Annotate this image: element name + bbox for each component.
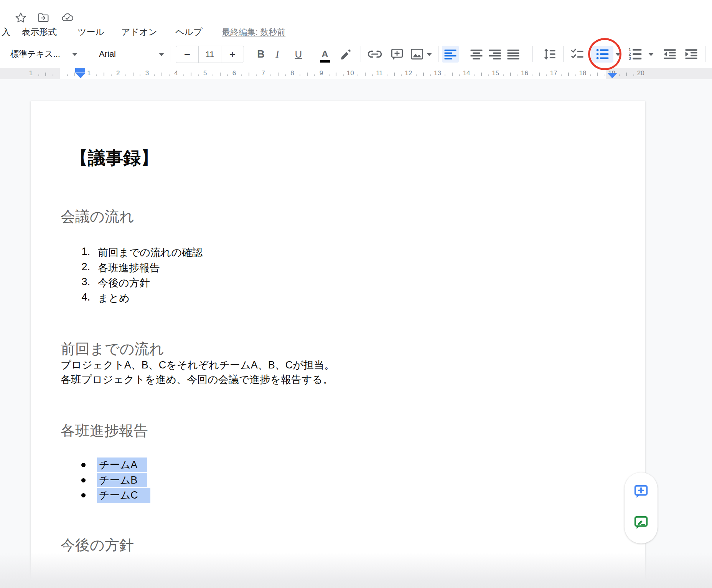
- bulleted-list-icon: [594, 46, 610, 62]
- ruler-tick: [372, 74, 373, 76]
- list-item[interactable]: 2. 各班進捗報告: [31, 261, 645, 276]
- align-right-button[interactable]: [486, 46, 503, 63]
- menu-format[interactable]: 表示形式: [21, 26, 57, 38]
- italic-button[interactable]: I: [269, 46, 286, 63]
- ruler-tick: [270, 74, 271, 76]
- first-line-indent-marker[interactable]: [75, 68, 85, 73]
- increase-font-size-button[interactable]: +: [221, 46, 244, 63]
- insert-image-button[interactable]: [409, 46, 425, 63]
- bulleted-list-button[interactable]: [591, 46, 613, 63]
- ruler-tick: [401, 74, 402, 76]
- ruler-tick: [387, 74, 387, 76]
- line-spacing-button[interactable]: [541, 46, 558, 63]
- highlight-color-button[interactable]: [337, 46, 354, 63]
- doc-title[interactable]: 【議事録】: [70, 146, 158, 170]
- checklist-button[interactable]: [569, 46, 586, 63]
- heading-progress[interactable]: 各班進捗報告: [61, 421, 148, 441]
- font-family-dropdown[interactable]: Arial: [99, 46, 116, 63]
- add-comment-icon: [389, 46, 405, 62]
- add-comment-button[interactable]: [389, 46, 405, 63]
- star-icon[interactable]: [15, 12, 27, 24]
- heading-agenda[interactable]: 会議の流れ: [61, 207, 134, 226]
- cloud-saved-icon[interactable]: [61, 12, 73, 24]
- align-left-icon: [443, 46, 458, 62]
- ruler-tick: [365, 73, 366, 76]
- list-item[interactable]: チームA: [31, 458, 645, 473]
- ruler[interactable]: 11234567891011121314151617181920: [0, 68, 712, 79]
- insert-link-button[interactable]: [366, 46, 383, 63]
- ruler-tick: [416, 74, 417, 76]
- list-item[interactable]: 3. 今後の方針: [31, 276, 645, 291]
- menu-help[interactable]: ヘルプ: [175, 26, 203, 38]
- ruler-number: 7: [258, 69, 268, 77]
- menu-insert[interactable]: 入: [2, 26, 10, 38]
- list-item[interactable]: チームC: [31, 488, 645, 504]
- ruler-tick: [314, 74, 315, 76]
- ruler-tick: [140, 74, 140, 76]
- toolbar-separator: [532, 46, 533, 62]
- link-icon: [367, 46, 383, 62]
- toolbar: 標準テキス... Arial − 11 + B I U A: [0, 40, 712, 68]
- ruler-tick: [227, 74, 228, 76]
- bulleted-list-caret-icon[interactable]: [615, 53, 621, 56]
- decrease-font-size-button[interactable]: −: [176, 46, 198, 63]
- italic-icon: I: [275, 48, 279, 60]
- menu-tools[interactable]: ツール: [77, 26, 104, 38]
- ruler-tick: [445, 74, 445, 76]
- ruler-tick: [162, 73, 162, 76]
- ruler-number: 8: [287, 69, 297, 77]
- heading-previous[interactable]: 前回までの流れ: [61, 339, 164, 359]
- ruler-tick: [213, 74, 213, 76]
- decrease-indent-icon: [662, 46, 677, 62]
- ruler-number: 15: [491, 69, 501, 77]
- paragraph-style-dropdown[interactable]: 標準テキス...: [10, 46, 60, 63]
- ruler-number: 18: [578, 69, 588, 77]
- toolbar-separator: [88, 46, 88, 62]
- list-item[interactable]: 1. 前回までの流れの確認: [31, 246, 645, 261]
- ruler-tick: [53, 74, 53, 76]
- decrease-indent-button[interactable]: [661, 46, 678, 63]
- numbered-list-button[interactable]: 123: [627, 46, 644, 63]
- heading-policy[interactable]: 今後の方針: [61, 535, 134, 555]
- align-center-button[interactable]: [468, 46, 485, 63]
- justify-button[interactable]: [505, 46, 522, 63]
- increase-indent-button[interactable]: [683, 46, 700, 63]
- ruler-number: 13: [432, 69, 442, 77]
- left-indent-marker[interactable]: [76, 73, 86, 78]
- list-item[interactable]: 4. まとめ: [31, 291, 645, 307]
- move-folder-icon[interactable]: [37, 12, 49, 24]
- ruler-tick: [518, 74, 518, 76]
- paragraph-style-caret-icon[interactable]: [72, 53, 77, 56]
- last-edit-link[interactable]: 最終編集: 数秒前: [222, 26, 285, 38]
- ruler-tick: [605, 74, 605, 76]
- right-indent-marker[interactable]: [607, 73, 617, 78]
- ruler-number: 4: [171, 69, 181, 77]
- ruler-tick: [575, 74, 576, 76]
- ruler-tick: [183, 74, 184, 76]
- align-left-button[interactable]: [442, 46, 459, 63]
- list-item-text: チームC: [99, 488, 138, 502]
- document-page[interactable]: 【議事録】 会議の流れ 1. 前回までの流れの確認 2. 各班進捗報告 3. 今…: [31, 101, 645, 588]
- list-item-text: 今後の方針: [98, 276, 150, 290]
- ruler-tick: [125, 74, 126, 76]
- insert-image-caret-icon[interactable]: [427, 53, 432, 56]
- underline-button[interactable]: U: [290, 46, 307, 63]
- add-comment-floating-button[interactable]: [633, 484, 649, 500]
- ruler-tick: [249, 73, 249, 76]
- bold-button[interactable]: B: [252, 46, 269, 63]
- ruler-number: 1: [26, 69, 36, 77]
- menu-addons[interactable]: アドオン: [121, 26, 157, 38]
- list-item[interactable]: チームB: [31, 473, 645, 489]
- ruler-tick: [503, 74, 504, 76]
- font-size-value[interactable]: 11: [198, 46, 221, 63]
- numbered-list-caret-icon[interactable]: [648, 53, 654, 56]
- text-color-button[interactable]: A: [316, 46, 333, 63]
- suggest-edits-button[interactable]: [633, 515, 649, 531]
- ruler-tick: [546, 74, 547, 76]
- menu-bar: 入 表示形式 ツール アドオン ヘルプ 最終編集: 数秒前: [0, 24, 712, 40]
- previous-paragraph[interactable]: プロジェクトA、B、CをそれぞれチームA、B、Cが担当。 各班プロジェクトを進め…: [61, 358, 335, 387]
- ruler-tick: [358, 74, 358, 76]
- font-family-caret-icon[interactable]: [159, 53, 164, 56]
- list-item-text: チームB: [99, 473, 137, 487]
- toolbar-separator: [361, 46, 361, 62]
